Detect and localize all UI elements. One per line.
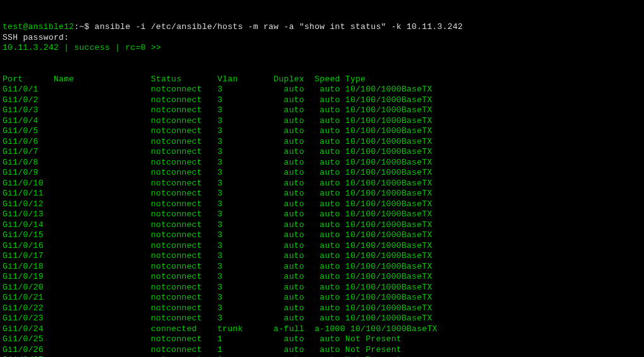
table-row: Gi1/0/8 notconnect 3 auto auto 10/100/10… — [3, 158, 432, 167]
table-row: Gi1/0/1 notconnect 3 auto auto 10/100/10… — [3, 85, 432, 94]
table-row: Gi1/0/11 notconnect 3 auto auto 10/100/1… — [3, 189, 432, 198]
command-text: ansible -i /etc/ansible/hosts -m raw -a … — [95, 22, 463, 32]
terminal-output[interactable]: test@ansible12:~$ ansible -i /etc/ansibl… — [3, 22, 641, 357]
table-row: Gi1/0/25 notconnect 1 auto auto Not Pres… — [3, 334, 402, 344]
table-row: Gi1/0/14 notconnect 3 auto auto 10/100/1… — [3, 220, 432, 230]
table-row: Gi1/0/5 notconnect 3 auto auto 10/100/10… — [3, 126, 432, 136]
table-header: Port Name Status Vlan Duplex Speed Type — [3, 74, 366, 84]
prompt-user-host: test@ansible12 — [3, 22, 74, 32]
table-row: Gi1/0/15 notconnect 3 auto auto 10/100/1… — [3, 230, 432, 240]
table-row: Gi1/0/2 notconnect 3 auto auto 10/100/10… — [3, 95, 432, 105]
table-row: Gi1/0/18 notconnect 3 auto auto 10/100/1… — [3, 262, 432, 271]
table-row: Gi1/0/6 notconnect 3 auto auto 10/100/10… — [3, 137, 432, 146]
table-row: Gi1/0/9 notconnect 3 auto auto 10/100/10… — [3, 168, 432, 177]
table-row: Gi1/0/19 notconnect 3 auto auto 10/100/1… — [3, 272, 432, 281]
table-row: Gi1/0/20 notconnect 3 auto auto 10/100/1… — [3, 283, 432, 292]
table-row: Gi1/0/13 notconnect 3 auto auto 10/100/1… — [3, 209, 432, 219]
table-row: Gi1/0/10 notconnect 3 auto auto 10/100/1… — [3, 178, 432, 188]
table-row: Gi1/0/16 notconnect 3 auto auto 10/100/1… — [3, 241, 432, 250]
table-row: Gi1/0/17 notconnect 3 auto auto 10/100/1… — [3, 251, 432, 260]
prompt-separator: :~$ — [74, 22, 94, 32]
table-row: Gi1/0/3 notconnect 3 auto auto 10/100/10… — [3, 105, 432, 115]
table-row: Gi1/0/7 notconnect 3 auto auto 10/100/10… — [3, 147, 432, 156]
table-row: Gi1/0/4 notconnect 3 auto auto 10/100/10… — [3, 116, 432, 126]
table-row: Gi1/0/12 notconnect 3 auto auto 10/100/1… — [3, 199, 432, 209]
table-row: Gi1/0/22 notconnect 3 auto auto 10/100/1… — [3, 303, 432, 313]
table-row: Gi1/0/21 notconnect 3 auto auto 10/100/1… — [3, 293, 432, 302]
ssh-password-prompt: SSH password: — [3, 33, 69, 42]
ansible-result-line: 10.11.3.242 | success | rc=0 >> — [3, 43, 161, 52]
table-row: Gi1/0/24 connected trunk a-full a-1000 1… — [3, 324, 438, 334]
table-row: Gi1/0/23 notconnect 3 auto auto 10/100/1… — [3, 313, 432, 323]
table-row: Gi1/0/26 notconnect 1 auto auto Not Pres… — [3, 345, 402, 354]
